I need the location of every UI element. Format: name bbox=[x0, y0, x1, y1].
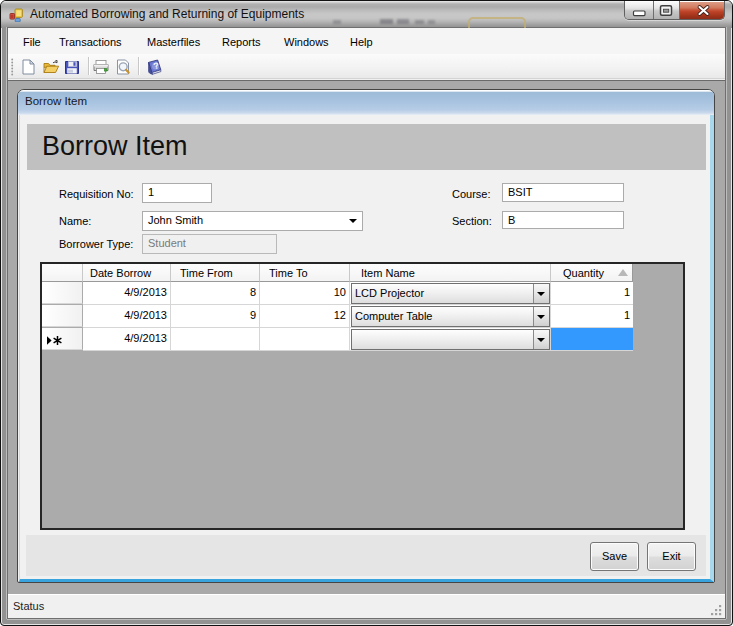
svg-text:?: ? bbox=[152, 60, 160, 71]
